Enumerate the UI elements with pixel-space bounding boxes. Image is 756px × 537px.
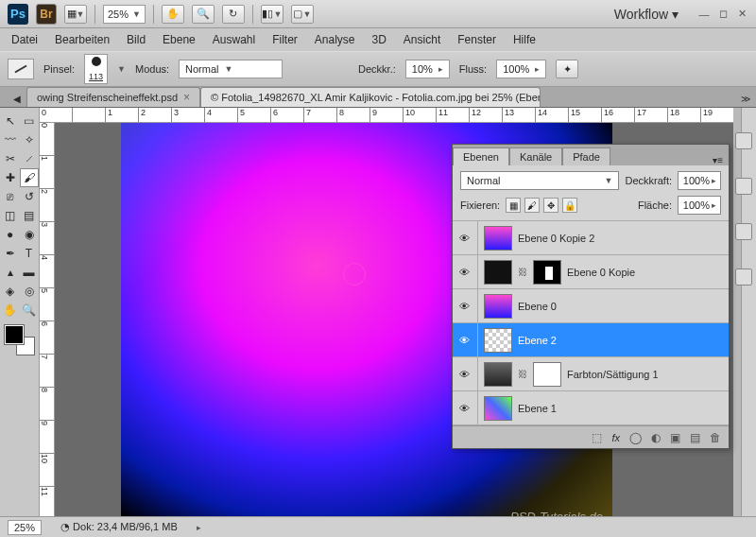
dock-styles-icon[interactable]	[735, 178, 752, 195]
menu-fenster[interactable]: Fenster	[457, 33, 496, 46]
new-layer-icon[interactable]: ▤	[690, 431, 700, 444]
layer-mask-thumb[interactable]	[533, 260, 561, 285]
layer-name[interactable]: Ebene 0	[518, 301, 557, 312]
layer-blend-select[interactable]: Normal▼	[460, 171, 619, 190]
pen-tool[interactable]: ✒	[1, 244, 20, 263]
shape-tool[interactable]: ▬	[20, 263, 39, 282]
layer-thumb[interactable]	[484, 226, 512, 251]
zoom-tool[interactable]: 🔍	[20, 301, 39, 320]
menu-hilfe[interactable]: Hilfe	[513, 33, 536, 46]
visibility-icon[interactable]: 👁	[456, 299, 472, 314]
close-icon[interactable]: ✕	[735, 8, 748, 21]
link-layers-icon[interactable]: ⬚	[592, 431, 602, 444]
menu-bild[interactable]: Bild	[127, 33, 146, 46]
rotate-tool-icon[interactable]: ↻	[222, 5, 245, 24]
visibility-icon[interactable]: 👁	[456, 265, 472, 280]
hand-tool-icon[interactable]: ✋	[162, 5, 184, 24]
bridge-icon[interactable]: Br	[36, 4, 57, 25]
layer-name[interactable]: Ebene 2	[518, 335, 557, 346]
photoshop-icon[interactable]: Ps	[8, 4, 28, 25]
minimize-icon[interactable]: —	[697, 8, 711, 21]
airbrush-icon[interactable]: ✦	[556, 60, 578, 78]
layer-thumb[interactable]	[484, 362, 512, 387]
close-tab-icon[interactable]: ×	[183, 91, 190, 104]
layer-thumb[interactable]	[484, 396, 512, 421]
heal-tool[interactable]: ✚	[1, 168, 20, 187]
delete-layer-icon[interactable]: 🗑	[710, 431, 721, 444]
tool-preset-icon[interactable]	[8, 59, 34, 79]
menu-filter[interactable]: Filter	[272, 33, 298, 46]
layer-thumb[interactable]	[484, 328, 512, 353]
screenmode-button[interactable]: ▢▼	[291, 5, 314, 24]
menu-datei[interactable]: Datei	[11, 33, 38, 46]
doc-tab-1[interactable]: owing Streifenscheineffekt.psd×	[26, 87, 200, 107]
layer-fill-field[interactable]: 100%▸	[678, 196, 721, 215]
path-select-tool[interactable]: ▴	[1, 263, 20, 282]
layer-row[interactable]: 👁Ebene 0	[453, 289, 729, 323]
layer-name[interactable]: Ebene 0 Kopie 2	[518, 233, 594, 244]
foreground-swatch[interactable]	[5, 325, 24, 344]
brush-tool[interactable]: 🖌	[20, 168, 39, 187]
layer-opacity-field[interactable]: 100%▸	[678, 171, 721, 190]
dock-history-icon[interactable]	[735, 132, 752, 149]
status-menu-icon[interactable]: ▸	[197, 523, 201, 532]
viewmode-button[interactable]: ▦▼	[64, 5, 87, 24]
gradient-tool[interactable]: ▤	[20, 206, 39, 225]
status-zoom[interactable]: 25%	[8, 520, 42, 535]
layer-name[interactable]: Ebene 1	[518, 403, 557, 414]
color-swatches[interactable]	[5, 325, 35, 355]
ruler-vertical[interactable]: 01234567891011	[40, 123, 55, 516]
dock-color-icon[interactable]	[735, 223, 752, 240]
layer-thumb[interactable]	[484, 260, 512, 285]
eraser-tool[interactable]: ◫	[1, 206, 20, 225]
tab-scroll-left-icon[interactable]: ◀	[8, 91, 26, 107]
panel-tab-kanaele[interactable]: Kanäle	[509, 147, 562, 165]
menu-auswahl[interactable]: Auswahl	[213, 33, 255, 46]
visibility-icon[interactable]: 👁	[456, 231, 472, 246]
opacity-field[interactable]: 10%▸	[405, 60, 450, 78]
layer-row[interactable]: 👁⛓Farbton/Sättigung 1	[453, 357, 729, 391]
status-doc-info[interactable]: ◔ Dok: 23,4 MB/96,1 MB	[60, 521, 178, 533]
menu-ansicht[interactable]: Ansicht	[404, 33, 440, 46]
eyedropper-tool[interactable]: ⟋	[20, 149, 39, 168]
ruler-horizontal[interactable]: 01234567891011121314151617181920	[40, 108, 733, 123]
blur-tool[interactable]: ●	[1, 225, 20, 244]
layer-row[interactable]: 👁Ebene 0 Kopie 2	[453, 221, 729, 255]
3d-camera-tool[interactable]: ◎	[20, 282, 39, 301]
layer-fx-icon[interactable]: fx	[611, 431, 620, 444]
menu-analyse[interactable]: Analyse	[315, 33, 355, 46]
wand-tool[interactable]: ✧	[20, 130, 39, 149]
dock-swatches-icon[interactable]	[735, 268, 752, 286]
zoom-select[interactable]: 25%▼	[103, 5, 146, 24]
visibility-icon[interactable]: 👁	[456, 401, 472, 416]
history-brush-tool[interactable]: ↺	[20, 187, 39, 206]
menu-3d[interactable]: 3D	[372, 33, 387, 46]
marquee-tool[interactable]: ▭	[20, 112, 39, 130]
layer-name[interactable]: Ebene 0 Kopie	[567, 267, 635, 278]
layer-mask-icon[interactable]: ◯	[629, 431, 642, 444]
panel-tab-pfade[interactable]: Pfade	[562, 147, 610, 165]
type-tool[interactable]: T	[20, 244, 39, 263]
lock-pixels-icon[interactable]: 🖌	[524, 198, 540, 213]
layer-row[interactable]: 👁Ebene 2	[453, 323, 729, 357]
hand-tool[interactable]: ✋	[1, 301, 20, 320]
blend-mode-select[interactable]: Normal▼	[179, 60, 283, 78]
crop-tool[interactable]: ✂	[1, 149, 20, 168]
visibility-icon[interactable]: 👁	[456, 333, 472, 348]
doc-tab-2[interactable]: © Fotolia_14982670_XL Amir Kaljikovic - …	[200, 87, 541, 107]
layer-row[interactable]: 👁⛓Ebene 0 Kopie	[453, 255, 729, 289]
lock-position-icon[interactable]: ✥	[543, 198, 558, 213]
arrange-button[interactable]: ▮▯▼	[261, 5, 284, 24]
workspace-switcher[interactable]: Workflow ▾	[614, 7, 679, 22]
layer-name[interactable]: Farbton/Sättigung 1	[567, 369, 659, 380]
layer-thumb[interactable]	[484, 294, 512, 319]
move-tool[interactable]: ↖	[1, 112, 20, 130]
brush-picker[interactable]: 113	[84, 54, 108, 84]
lock-all-icon[interactable]: 🔒	[562, 198, 577, 213]
zoom-tool-icon[interactable]: 🔍	[192, 5, 215, 24]
menu-bearbeiten[interactable]: Bearbeiten	[55, 33, 110, 46]
menu-ebene[interactable]: Ebene	[163, 33, 196, 46]
layer-mask-thumb[interactable]	[533, 362, 561, 387]
lasso-tool[interactable]: 〰	[1, 130, 20, 149]
adjustment-layer-icon[interactable]: ◐	[651, 431, 661, 444]
